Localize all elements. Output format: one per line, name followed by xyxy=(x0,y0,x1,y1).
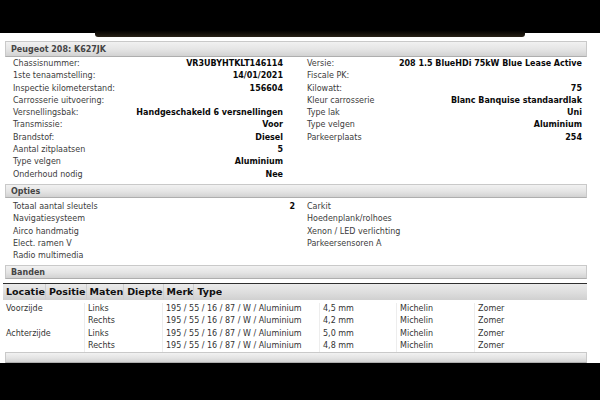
tyre-size: 195 / 55 / 16 / 87 / W / Aluminium xyxy=(162,303,319,315)
tyre-size: 195 / 55 / 16 / 87 / W / Aluminium xyxy=(162,315,319,327)
tyre-row: Achterzijde Links 195 / 55 / 16 / 87 / W… xyxy=(3,328,587,340)
spec-row: Kleur carrosserie Blanc Banquise standaa… xyxy=(307,95,582,107)
spec-row: Carrosserie uitvoering: xyxy=(13,95,283,107)
option-row: Airco handmatig xyxy=(13,226,295,238)
tyre-position: Rechts xyxy=(84,340,162,352)
option-row: Navigatiesysteem xyxy=(13,213,295,225)
spec-row: Onderhoud nodig Nee xyxy=(13,169,283,181)
tyre-column-header: Merk xyxy=(163,284,194,300)
spec-value: 14/01/2021 xyxy=(233,70,283,82)
option-label: Navigatiesysteem xyxy=(13,213,85,225)
option-label: Xenon / LED verlichting xyxy=(307,226,400,238)
tyre-size: 195 / 55 / 16 / 87 / W / Aluminium xyxy=(162,340,319,352)
spec-row: Inspectie kilometerstand: 156604 xyxy=(13,83,283,95)
opties-section-bar: Opties xyxy=(5,184,587,198)
tyre-location: Achterzijde xyxy=(3,328,84,340)
tyre-brand: Michelin xyxy=(396,315,474,327)
tyre-position: Links xyxy=(84,328,162,340)
spec-row: Aantal zitplaatsen 5 xyxy=(13,144,283,156)
option-row: Carkit xyxy=(307,201,582,213)
tyre-type: Zomer xyxy=(474,340,587,352)
opties-section-title: Opties xyxy=(11,187,40,196)
bottom-black-band xyxy=(0,363,600,400)
option-row: Totaal aantal sleutels 2 xyxy=(13,201,295,213)
tyre-location: Voorzijde xyxy=(3,303,84,315)
spec-row: Chassisnummer: VR3UBYHTKLT146114 xyxy=(13,58,283,70)
spec-label: Aantal zitplaatsen xyxy=(13,144,85,156)
spec-value: Aluminium xyxy=(235,156,283,168)
spec-value: 208 1.5 BlueHDi 75kW Blue Lease Active xyxy=(399,58,582,70)
banden-section-title: Banden xyxy=(11,268,45,277)
spec-row: Type velgen Aluminium xyxy=(307,119,582,131)
tyre-column-header: Locatie xyxy=(3,284,45,300)
spec-label: Type velgen xyxy=(13,156,61,168)
spec-label: Brandstof: xyxy=(13,132,54,144)
bottom-section-bar xyxy=(5,352,587,363)
spec-label: Kilowatt: xyxy=(307,83,342,95)
spec-label: Carrosserie uitvoering: xyxy=(13,95,104,107)
tyre-position: Links xyxy=(84,303,162,315)
spec-column-right: Versie: 208 1.5 BlueHDi 75kW Blue Lease … xyxy=(307,58,582,181)
spec-column-left: Chassisnummer: VR3UBYHTKLT146114 1ste te… xyxy=(13,58,283,181)
spec-label: Kleur carrosserie xyxy=(307,95,374,107)
spec-value: 156604 xyxy=(250,83,283,95)
spec-label: Parkeerplaats xyxy=(307,132,362,144)
option-label: Parkeersensoren A xyxy=(307,238,381,250)
spec-section: Chassisnummer: VR3UBYHTKLT146114 1ste te… xyxy=(13,58,587,181)
spec-label: Onderhoud nodig xyxy=(13,169,83,181)
option-label: Elect. ramen V xyxy=(13,238,72,250)
spec-value: 75 xyxy=(571,83,582,95)
vehicle-title-bar: Peugeot 208: K627JK xyxy=(5,41,587,57)
option-label: Totaal aantal sleutels xyxy=(13,201,98,213)
tyre-type: Zomer xyxy=(474,303,587,315)
tyre-brand: Michelin xyxy=(396,303,474,315)
tyre-column-header: Type xyxy=(193,284,222,300)
tyre-type: Zomer xyxy=(474,328,587,340)
spec-label: Versnellingsbak: xyxy=(13,107,79,119)
tyre-depth: 4,8 mm xyxy=(319,340,396,352)
tyre-brand: Michelin xyxy=(396,340,474,352)
spec-value: Voor xyxy=(262,119,283,131)
tyre-location xyxy=(3,315,84,327)
spec-value: Uni xyxy=(567,107,582,119)
spec-label: Type lak xyxy=(307,107,340,119)
option-row: Hoedenplank/rolhoes xyxy=(307,213,582,225)
option-label: Airco handmatig xyxy=(13,226,79,238)
spec-label: Inspectie kilometerstand: xyxy=(13,83,115,95)
spec-row: Versie: 208 1.5 BlueHDi 75kW Blue Lease … xyxy=(307,58,582,70)
opties-column-left: Totaal aantal sleutels 2 Navigatiesystee… xyxy=(13,201,295,262)
tyre-column-header: Maten xyxy=(86,284,124,300)
spec-row: Type lak Uni xyxy=(307,107,582,119)
spec-label: Fiscale PK: xyxy=(307,70,349,82)
option-row: Radio multimedia xyxy=(13,250,295,262)
spec-row: Parkeerplaats 254 xyxy=(307,132,582,144)
spec-label: Transmissie: xyxy=(13,119,62,131)
photo-bottom-edge xyxy=(95,30,525,37)
vehicle-title: Peugeot 208: K627JK xyxy=(11,45,106,54)
tyre-table-body: Voorzijde Links 195 / 55 / 16 / 87 / W /… xyxy=(3,300,587,353)
tyre-column-header: Positie xyxy=(45,284,86,300)
spec-label: 1ste tenaamstelling: xyxy=(13,70,95,82)
tyre-brand: Michelin xyxy=(396,328,474,340)
spec-value: Aluminium xyxy=(534,119,582,131)
spec-row: Type velgen Aluminium xyxy=(13,156,283,168)
option-label: Carkit xyxy=(307,201,331,213)
spec-label: Type velgen xyxy=(307,119,355,131)
spec-row: Transmissie: Voor xyxy=(13,119,283,131)
spec-value: Handgeschakeld 6 versnellingen xyxy=(136,107,283,119)
spec-value: Blanc Banquise standaardlak xyxy=(451,95,582,107)
option-value: 2 xyxy=(289,201,295,213)
tyre-column-header: Diepte xyxy=(123,284,162,300)
spec-label: Versie: xyxy=(307,58,334,70)
tyre-position: Rechts xyxy=(84,315,162,327)
spec-value: 5 xyxy=(277,144,283,156)
tyre-type: Zomer xyxy=(474,315,587,327)
spec-value: Nee xyxy=(265,169,283,181)
opties-section: Totaal aantal sleutels 2 Navigatiesystee… xyxy=(13,201,587,262)
top-black-band xyxy=(0,0,600,33)
spec-value: 254 xyxy=(565,132,582,144)
spec-row: Versnellingsbak: Handgeschakeld 6 versne… xyxy=(13,107,283,119)
spec-row: Brandstof: Diesel xyxy=(13,132,283,144)
tyre-depth: 4,5 mm xyxy=(319,303,396,315)
opties-column-right: Carkit Hoedenplank/rolhoes Xenon / LED v… xyxy=(307,201,582,262)
